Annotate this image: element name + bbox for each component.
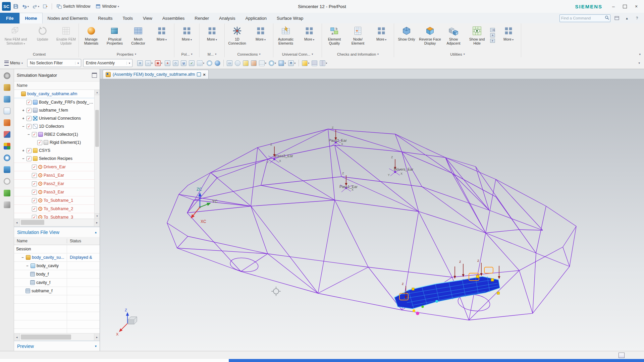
file-view-column-headers[interactable]: Name Status bbox=[14, 237, 100, 245]
switch-window-button[interactable]: Switch Window bbox=[55, 3, 92, 10]
ribbon-button-more[interactable]: More ▾ bbox=[150, 24, 173, 46]
group-dropdown-icon[interactable]: ▾ bbox=[259, 53, 261, 56]
ribbon-button-new-fem-and-simulation[interactable]: New FEM and Simulation ▾ bbox=[1, 24, 31, 47]
ribbon-button-mesh-collector[interactable]: Mesh Collector bbox=[126, 24, 150, 46]
ribbon-button-show-and-hide[interactable]: Show and Hide bbox=[465, 24, 489, 46]
tree-item-pass3-ear[interactable]: ✓Pass3_Ear bbox=[14, 188, 95, 196]
ribbon-group-label-universal-conn[interactable]: Universal Conn...▾ bbox=[274, 51, 321, 57]
file-view-row-cavity-f[interactable]: cavity_f bbox=[14, 279, 100, 287]
customize-tools-icon[interactable] bbox=[4, 201, 10, 208]
ribbon-button-more[interactable]: More ▾ bbox=[200, 24, 224, 46]
model-canvas[interactable]: ZXY ZX ZXY ZX ZZZ ZC YC XC bbox=[100, 79, 644, 351]
tree-item-selection-recipes[interactable]: −✓Selection Recipes bbox=[14, 155, 95, 163]
selection-filter-dropdown[interactable]: No Selection Filter▾ bbox=[27, 59, 81, 67]
magnet-tool-button[interactable] bbox=[180, 60, 187, 67]
visibility-eye-button[interactable] bbox=[206, 60, 213, 67]
checkbox-checked[interactable]: ✓ bbox=[26, 124, 32, 129]
scrollbar-thumb[interactable] bbox=[95, 110, 99, 147]
checkbox-checked[interactable]: ✓ bbox=[26, 116, 32, 121]
undo-button[interactable]: ▾ bbox=[21, 3, 30, 10]
tree-item-rigid-element-1[interactable]: ✓Rigid Element(1) bbox=[14, 138, 95, 146]
file-view-row-body-cavity[interactable]: −body_cavity bbox=[14, 262, 100, 270]
file-view-row-subframe-f[interactable]: subframe_f bbox=[14, 287, 100, 295]
point-grid-red-button[interactable] bbox=[164, 60, 171, 67]
checkbox-checked[interactable]: ✓ bbox=[32, 198, 37, 203]
checkbox-checked[interactable]: ✓ bbox=[37, 140, 42, 145]
dropdown-arrow-icon[interactable]: ▾ bbox=[265, 62, 266, 65]
ribbon-tab-surface-wrap[interactable]: Surface Wrap bbox=[272, 13, 308, 23]
checkbox-checked[interactable]: ✓ bbox=[32, 206, 37, 212]
dropdown-arrow-icon[interactable]: ▾ bbox=[161, 62, 162, 65]
simulation-file-view-header[interactable]: Simulation File View▴ bbox=[14, 227, 100, 237]
preview-section-header[interactable]: Preview▾ bbox=[14, 341, 100, 351]
file-view-row-body-cavity-su[interactable]: −body_cavity_su...Displayed & bbox=[14, 253, 100, 262]
ribbon-button-reverse-face-display[interactable]: Reverse Face Display bbox=[418, 24, 442, 46]
ribbon-button-more[interactable]: More ▾ bbox=[497, 24, 520, 46]
fit-view-button[interactable] bbox=[226, 60, 233, 67]
mapping-icon[interactable] bbox=[4, 131, 10, 138]
dropdown-arrow-icon[interactable]: ▾ bbox=[275, 62, 276, 65]
scroll-up-icon[interactable]: ▴ bbox=[95, 90, 100, 95]
zoom-circle-button[interactable] bbox=[234, 60, 241, 67]
expand-icon[interactable]: + bbox=[21, 108, 25, 112]
ribbon-button-small-stack[interactable]: +AA# bbox=[489, 24, 497, 48]
ribbon-group-label-connections[interactable]: Connections▾ bbox=[225, 51, 272, 57]
command-repeat-button[interactable] bbox=[42, 3, 49, 10]
viewport-tab[interactable]: (Assembly FEM) body_cavity_subframe.afm … bbox=[103, 70, 209, 79]
ribbon-tab-tools[interactable]: Tools bbox=[118, 13, 138, 23]
scrollbar-thumb[interactable] bbox=[21, 335, 71, 340]
checkbox-checked[interactable]: ✓ bbox=[26, 108, 32, 113]
ribbon-tab-view[interactable]: View bbox=[138, 13, 157, 23]
checkbox-checked[interactable]: ✓ bbox=[26, 148, 32, 153]
checkbox-checked[interactable]: ✓ bbox=[32, 215, 37, 219]
ribbon-button-update[interactable]: Update bbox=[31, 24, 54, 46]
close-button[interactable]: × bbox=[631, 2, 641, 10]
tree-item-to-subframe-3[interactable]: ✓To_Subframe_3 bbox=[14, 213, 95, 219]
ribbon-button-manage-materials[interactable]: Manage Materials bbox=[79, 24, 103, 46]
checkbox-checked[interactable]: ✓ bbox=[32, 165, 37, 170]
scroll-right-icon[interactable]: ▸ bbox=[94, 219, 100, 226]
maximize-button[interactable] bbox=[620, 2, 630, 10]
selection-scope-dropdown[interactable]: Entire Assembly▾ bbox=[83, 59, 132, 67]
collapse-icon[interactable]: − bbox=[25, 264, 29, 268]
menu-button[interactable]: Menu▾ bbox=[2, 59, 25, 67]
xy-function-navigator-icon[interactable] bbox=[4, 108, 10, 114]
group-dropdown-icon[interactable]: ▾ bbox=[377, 53, 379, 56]
ribbon-button-enable-fem-update[interactable]: Enable FEM Update bbox=[54, 24, 78, 46]
settings-gear-icon[interactable] bbox=[4, 72, 10, 79]
tree-item-1d-collectors[interactable]: −✓1D Collectors bbox=[14, 122, 95, 130]
scroll-down-icon[interactable]: ▾ bbox=[95, 213, 100, 219]
dropdown-arrow-icon[interactable]: ▾ bbox=[151, 62, 153, 65]
find-command-input[interactable] bbox=[560, 16, 605, 20]
ribbon-button-more[interactable]: More ▾ bbox=[175, 24, 199, 46]
ribbon-button-more[interactable]: More ▾ bbox=[370, 24, 393, 46]
collapse-icon[interactable]: − bbox=[27, 132, 31, 136]
rect-select-button[interactable]: ▾ bbox=[196, 60, 205, 67]
expand-section-icon[interactable]: ▾ bbox=[95, 344, 97, 348]
scrollbar-thumb[interactable] bbox=[21, 220, 44, 225]
dropdown-arrow-icon[interactable]: ▾ bbox=[203, 62, 204, 65]
grid-options-button[interactable]: ▾ bbox=[319, 60, 328, 67]
file-view-row-session[interactable]: Session bbox=[14, 245, 100, 253]
tree-item-body-cavity-frfs-body-c[interactable]: ✓Body_Cavity_FRFs (body_c... bbox=[14, 98, 95, 106]
tree-item-universal-connections[interactable]: +✓Universal Connections bbox=[14, 114, 95, 122]
history-clock-icon[interactable] bbox=[4, 178, 10, 185]
macro-green-icon[interactable] bbox=[4, 190, 10, 196]
pencil-tool-button[interactable] bbox=[242, 60, 249, 67]
tree-horizontal-scrollbar[interactable]: ◂ ▸ bbox=[14, 219, 100, 227]
dropdown-arrow-icon[interactable]: ▾ bbox=[294, 62, 296, 65]
scroll-left-icon[interactable]: ◂ bbox=[14, 219, 20, 226]
ribbon-tab-file[interactable]: File bbox=[0, 13, 19, 23]
assembly-cube-icon[interactable] bbox=[4, 143, 10, 149]
orient-view-button[interactable]: ▾ bbox=[287, 60, 296, 67]
file-view-horizontal-scrollbar[interactable]: ◂ ▸ bbox=[14, 333, 100, 341]
window-layout-icon[interactable] bbox=[619, 353, 625, 358]
ribbon-group-label-pol[interactable]: Pol...▾ bbox=[175, 51, 199, 57]
simulation-navigator-icon[interactable] bbox=[4, 84, 10, 91]
checkbox-checked[interactable]: ✓ bbox=[26, 100, 32, 105]
ribbon-button-more[interactable]: More ▾ bbox=[298, 24, 321, 46]
highlight-pencil-button[interactable]: ▾ bbox=[301, 60, 310, 67]
scroll-left-icon[interactable]: ◂ bbox=[14, 334, 20, 341]
undock-panel-icon[interactable] bbox=[92, 73, 97, 78]
ribbon-tab-home[interactable]: Home bbox=[19, 13, 42, 23]
